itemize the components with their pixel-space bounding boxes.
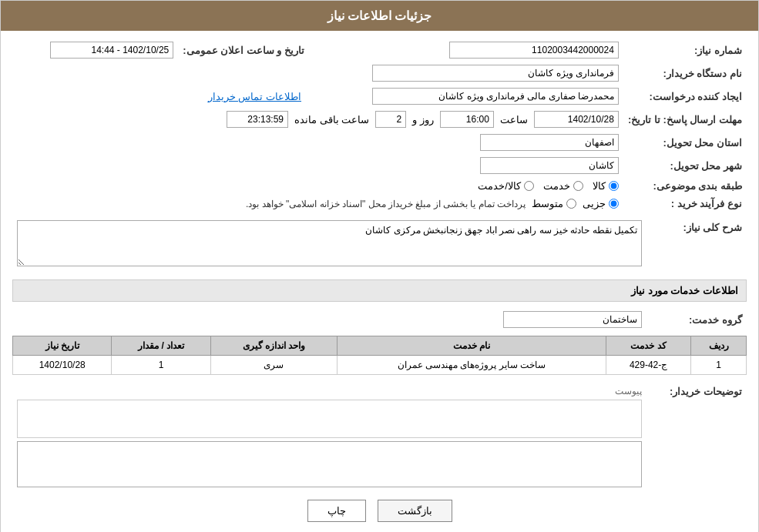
deadline-remaining-input	[227, 111, 288, 128]
category-label: طبقه بندی موضوعی:	[623, 177, 747, 195]
buyer-notes-label: توضیحات خریدار:	[646, 383, 747, 490]
deadline-day-label: روز و	[412, 114, 434, 125]
province-label: استان محل تحویل:	[623, 131, 747, 154]
category-option-kala-khedmat-label: کالا/خدمت	[478, 180, 521, 192]
services-section-title: اطلاعات خدمات مورد نیاز	[12, 279, 747, 302]
deadline-time-label: ساعت	[500, 114, 528, 125]
service-group-input	[503, 311, 642, 328]
deadline-time-input	[440, 111, 494, 128]
back-button[interactable]: بازگشت	[378, 500, 452, 522]
city-input	[480, 157, 619, 174]
announce-datetime-input	[50, 42, 173, 59]
announce-datetime-label: تاریخ و ساعت اعلان عمومی:	[178, 38, 309, 62]
deadline-date-input	[534, 111, 619, 128]
services-table: ردیف کد خدمت نام خدمت واحد اندازه گیری ت…	[12, 336, 747, 375]
creator-label: ایجاد کننده درخواست:	[623, 85, 747, 108]
category-option-khedmat[interactable]: خدمت	[543, 180, 583, 192]
purchase-type-motavaset-label: متوسط	[532, 198, 563, 209]
description-label: شرح کلی نیاز:	[646, 217, 747, 272]
category-option-kala-khedmat[interactable]: کالا/خدمت	[478, 180, 534, 192]
col-service-code: کد خدمت	[606, 336, 691, 356]
col-count: تعداد / مقدار	[112, 336, 210, 356]
deadline-days-input	[375, 111, 406, 128]
province-input	[480, 134, 619, 151]
cell-date: 1402/10/28	[13, 356, 112, 375]
button-row: بازگشت چاپ	[12, 490, 747, 531]
col-service-name: نام خدمت	[338, 336, 606, 356]
col-unit: واحد اندازه گیری	[210, 336, 337, 356]
cell-service-code: ج-42-429	[606, 356, 691, 375]
cell-radif: 1	[691, 356, 747, 375]
need-number-input	[449, 42, 619, 59]
cell-count: 1	[112, 356, 210, 375]
category-option-khedmat-label: خدمت	[543, 180, 570, 192]
table-row: 1 ج-42-429 ساخت سایر پروژه‌های مهندسی عم…	[13, 356, 747, 375]
need-number-label: شماره نیاز:	[623, 38, 747, 62]
purchase-type-option-jozyi[interactable]: جزیی	[583, 198, 619, 209]
description-textarea[interactable]: تکمیل نقطه حادثه خیز سه راهی نصر اباد جه…	[17, 220, 642, 266]
page-title: جزئیات اطلاعات نیاز	[1, 1, 758, 31]
buyer-org-label: نام دستگاه خریدار:	[623, 62, 747, 85]
buyer-org-input	[372, 65, 619, 82]
city-label: شهر محل تحویل:	[623, 154, 747, 177]
purchase-type-option-motavaset[interactable]: متوسط	[532, 198, 576, 209]
creator-input	[372, 88, 619, 105]
buyer-notes-textarea	[17, 441, 642, 487]
deadline-remaining-label: ساعت باقی مانده	[294, 114, 369, 125]
purchase-type-note: پرداخت تمام یا بخشی از مبلغ خریداز محل "…	[246, 199, 526, 209]
attachment-label: پیوست	[615, 386, 642, 396]
attachment-area	[17, 400, 642, 438]
category-option-kala-label: کالا	[593, 180, 606, 192]
cell-service-name: ساخت سایر پروژه‌های مهندسی عمران	[338, 356, 606, 375]
deadline-label: مهلت ارسال پاسخ: تا تاریخ:	[623, 108, 747, 131]
service-group-label: گروه خدمت:	[646, 308, 747, 331]
contact-link[interactable]: اطلاعات تماس خریدار	[208, 91, 301, 102]
col-radif: ردیف	[691, 336, 747, 356]
purchase-type-label: نوع فرآیند خرید :	[623, 195, 747, 212]
col-date: تاریخ نیاز	[13, 336, 112, 356]
print-button[interactable]: چاپ	[307, 500, 366, 522]
cell-unit: سری	[210, 356, 337, 375]
category-option-kala[interactable]: کالا	[593, 180, 619, 192]
purchase-type-jozyi-label: جزیی	[583, 198, 606, 209]
